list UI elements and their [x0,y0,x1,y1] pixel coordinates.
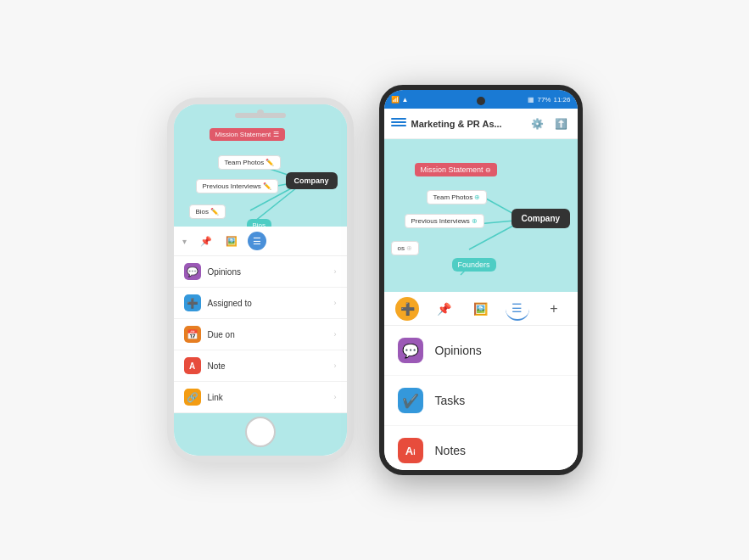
iphone-menu-list: 💬 Opinions › ➕ Assigned to › 📅 Due on › [174,256,347,413]
android-menu-notes[interactable]: Aᵢ Notes [384,426,578,470]
upload-icon[interactable]: ⬆️ [552,115,571,133]
node-team-photos: Team Photos ✏️ [218,155,282,170]
assigned-icon: ➕ [184,294,201,311]
iphone-menu-assigned[interactable]: ➕ Assigned to › [174,288,347,319]
link-icon: 🔗 [184,389,201,406]
opinions-icon: 💬 [398,338,423,363]
iphone-home-button[interactable] [245,417,276,447]
statusbar-left-icons: 📶 ▲ [391,96,409,104]
android-node-teamphotos: Team Photos ⊕ [427,190,488,204]
iphone-menu-note[interactable]: A Note › [174,350,347,382]
android-titlebar: Marketing & PR As... ⚙️ ⬆️ [384,109,578,139]
arrow-icon: › [334,361,337,370]
node-bios: Bios ✏️ [189,204,226,219]
chevron-down-icon[interactable]: ▾ [182,237,187,246]
statusbar-right: ▦ 77% 11:26 [528,96,570,104]
android-device: 📶 ▲ ▦ 77% 11:26 Marketing & PR As... ⚙️ [379,85,583,475]
iphone-device: Mission Statement ☰ Team Photos ✏️ Previ… [167,98,354,462]
android-node-company: Company [511,209,571,228]
toolbar-icons: 📌 🖼️ ☰ [197,232,266,250]
image-icon[interactable]: 🖼️ [222,232,241,250]
menu-icon[interactable] [391,118,406,130]
add-btn[interactable]: ➕ [395,297,419,321]
tasks-icon: ✔️ [398,388,423,413]
pin-icon[interactable]: 📌 [197,232,215,250]
arrow-icon: › [334,299,337,307]
expand-btn[interactable]: + [542,297,566,321]
signal-icon: ▲ [402,96,409,104]
iphone-menu-due[interactable]: 📅 Due on › [174,319,347,350]
iphone-toolbar: ▾ 📌 🖼️ ☰ [174,227,347,256]
android-menu-tasks[interactable]: ✔️ Tasks [384,376,578,426]
wifi-icon: 📶 [391,96,400,104]
android-camera [477,97,485,105]
android-node-interviews: Previous Interviews ⊕ [405,214,485,228]
arrow-icon: › [334,330,337,339]
settings-icon[interactable]: ⚙️ [528,115,547,133]
note-icon: A [184,357,201,374]
android-screen: 📶 ▲ ▦ 77% 11:26 Marketing & PR As... ⚙️ [384,90,578,470]
iphone-menu-link[interactable]: 🔗 Link › [174,382,347,413]
android-node-founders: Founders [452,258,496,272]
battery-icon: ▦ [528,96,534,104]
android-menu-opinions[interactable]: 💬 Opinions [384,326,578,376]
android-menu-list: 💬 Opinions ✔️ Tasks Aᵢ Notes 🔗 Links [384,326,578,470]
due-icon: 📅 [184,326,201,343]
image-btn[interactable]: 🖼️ [468,297,492,321]
iphone-screen: Mission Statement ☰ Team Photos ✏️ Previ… [174,104,347,456]
arrow-icon: › [334,393,337,401]
android-mindmap: Mission Statement ⊖ Team Photos ⊕ Previo… [384,139,578,292]
list-icon[interactable]: ☰ [248,232,266,250]
list-btn[interactable]: ☰ [506,297,529,321]
opinions-icon: 💬 [184,263,201,280]
notes-icon: Aᵢ [398,438,423,463]
pin-btn[interactable]: 📌 [432,297,456,321]
arrow-icon: › [334,267,337,276]
android-toolbar: ➕ 📌 🖼️ ☰ + [384,292,578,326]
node-company: Company [286,172,338,189]
android-node-mission: Mission Statement ⊖ [415,163,498,176]
android-node-bios: os ⊕ [391,241,420,255]
iphone-bottom-panel: ▾ 📌 🖼️ ☰ 💬 Opinions › ➕ [174,227,347,413]
node-mission-statement: Mission Statement ☰ [210,128,285,141]
main-scene: Mission Statement ☰ Team Photos ✏️ Previ… [0,0,749,560]
iphone-menu-opinions[interactable]: 💬 Opinions › [174,256,347,288]
node-prev-interviews: Previous Interviews ✏️ [196,179,279,193]
